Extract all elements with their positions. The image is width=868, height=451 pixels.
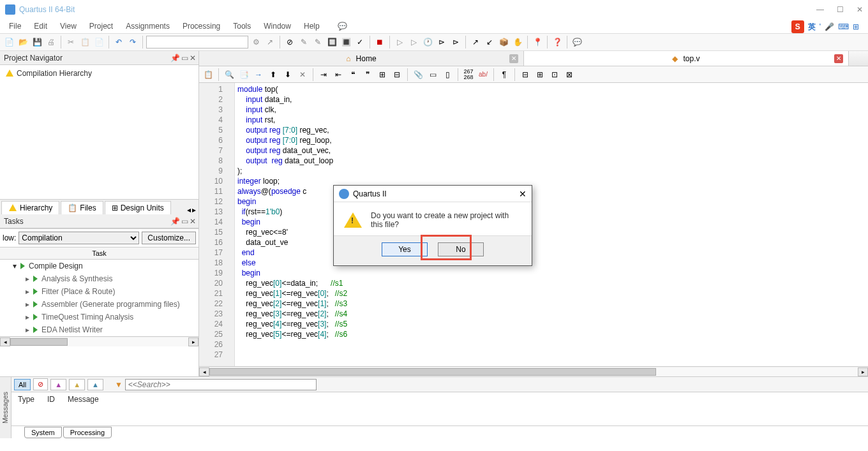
tab-design-units[interactable]: ⊞Design Units — [105, 201, 171, 214]
bookmark-prev-icon[interactable]: ⬆ — [267, 68, 280, 81]
attach-icon[interactable]: 📎 — [412, 68, 424, 81]
customize-button[interactable]: Customize... — [142, 232, 196, 244]
hand-icon[interactable]: ✋ — [511, 36, 524, 48]
project-combo[interactable] — [146, 36, 248, 48]
close-tab-icon[interactable]: ✕ — [834, 54, 843, 63]
feedback-icon[interactable]: 💬 — [333, 20, 352, 32]
gate-icon[interactable]: ⊳ — [435, 36, 448, 48]
tab-hierarchy[interactable]: Hierarchy — [1, 201, 59, 214]
filter-warning-icon[interactable]: ▲ — [69, 379, 85, 390]
wand-icon[interactable]: ✎ — [297, 36, 310, 48]
combo-settings-icon[interactable]: ⚙ — [250, 36, 262, 48]
play-icon[interactable]: ▷ — [393, 36, 406, 48]
yes-button[interactable]: Yes — [382, 242, 428, 256]
menu-view[interactable]: View — [55, 20, 82, 32]
gate2-icon[interactable]: ⊳ — [449, 36, 462, 48]
task-analysis[interactable]: ▸Analysis & Synthesis — [0, 272, 198, 285]
compilation-hierarchy-item[interactable]: Compilation Hierarchy — [4, 68, 195, 79]
fold-icon[interactable]: ⊟ — [519, 68, 532, 81]
archive-icon[interactable]: 📦 — [497, 36, 510, 48]
format-icon[interactable]: ⊞ — [376, 68, 389, 81]
copy-icon[interactable]: 📋 — [79, 36, 91, 48]
menu-window[interactable]: Window — [258, 20, 296, 32]
indent-icon[interactable]: ⇥ — [317, 68, 330, 81]
chip-icon[interactable]: 🔲 — [326, 36, 338, 48]
bookmark-clear-icon[interactable]: ✕ — [296, 68, 309, 81]
task-eda[interactable]: ▸EDA Netlist Writer — [0, 323, 198, 336]
tab-home[interactable]: ⌂ Home ✕ — [199, 51, 524, 66]
paste-icon[interactable]: 📄 — [93, 36, 105, 48]
flow-select[interactable]: Compilation — [19, 232, 139, 244]
ab-icon[interactable]: ab/ — [477, 68, 490, 81]
find-icon[interactable]: 🔍 — [223, 68, 236, 81]
help-icon[interactable]: ❓ — [551, 36, 564, 48]
dialog-close-icon[interactable]: ✕ — [519, 189, 527, 199]
pin-icon[interactable]: 📌 — [170, 54, 180, 63]
no-button[interactable]: No — [438, 242, 484, 256]
close-panel-icon[interactable]: ✕ — [190, 217, 196, 226]
bookmark-icon[interactable]: 📑 — [237, 68, 250, 81]
minimize-button[interactable]: — — [816, 5, 824, 14]
ws-icon[interactable]: ¶ — [498, 68, 511, 81]
compile-stop-icon[interactable]: ⊘ — [283, 36, 296, 48]
open-icon[interactable]: 📂 — [17, 36, 29, 48]
menu-edit[interactable]: Edit — [29, 20, 52, 32]
format2-icon[interactable]: ⊟ — [391, 68, 403, 81]
dock-icon[interactable]: ▭ — [181, 217, 188, 226]
close-tab-icon[interactable]: ✕ — [509, 54, 518, 63]
print-icon[interactable]: 🖨 — [45, 36, 57, 48]
tab-arrow-right-icon[interactable]: ▸ — [192, 205, 196, 214]
outdent-icon[interactable]: ⇤ — [332, 68, 345, 81]
unfold2-icon[interactable]: ⊠ — [563, 68, 576, 81]
menu-project[interactable]: Project — [84, 20, 118, 32]
clock-icon[interactable]: 🕐 — [421, 36, 434, 48]
messages-vert-tab[interactable]: Messages — [0, 377, 11, 438]
undo-icon[interactable]: ↶ — [112, 36, 125, 48]
ime-grid-icon[interactable]: ⊞ — [853, 22, 859, 31]
line-num-icon[interactable]: 267268 — [462, 68, 475, 81]
save-icon[interactable]: 💾 — [31, 36, 43, 48]
code-editor[interactable]: 1234567891011121314151617181920212223242… — [199, 83, 868, 366]
pin-icon[interactable]: 📌 — [170, 217, 180, 226]
menu-assignments[interactable]: Assignments — [121, 20, 175, 32]
play2-icon[interactable]: ▷ — [407, 36, 420, 48]
combo-nav-icon[interactable]: ↗ — [264, 36, 276, 48]
task-compile-design[interactable]: ▾Compile Design — [0, 260, 198, 272]
feedback2-icon[interactable]: 💬 — [571, 36, 583, 48]
wand2-icon[interactable]: ✎ — [311, 36, 324, 48]
uncomment-icon[interactable]: ❞ — [361, 68, 374, 81]
task-fitter[interactable]: ▸Fitter (Place & Route) — [0, 285, 198, 298]
new-icon[interactable]: 📄 — [3, 36, 15, 48]
editor-scroll-h[interactable]: ◂▸ — [199, 366, 868, 376]
comment-icon[interactable]: ❝ — [347, 68, 359, 81]
message-search-input[interactable] — [125, 379, 317, 390]
window-icon[interactable]: ▭ — [426, 68, 439, 81]
tab-arrow-left-icon[interactable]: ◂ — [187, 205, 191, 214]
maximize-button[interactable]: ☐ — [837, 5, 844, 14]
tab-files[interactable]: 📋Files — [61, 201, 103, 214]
close-panel-icon[interactable]: ✕ — [190, 54, 196, 63]
filter-funnel-icon[interactable]: ▼ — [115, 380, 123, 389]
menu-tools[interactable]: Tools — [228, 20, 256, 32]
close-button[interactable]: ✕ — [857, 5, 863, 14]
menu-help[interactable]: Help — [299, 20, 325, 32]
ime-punct-icon[interactable]: ' — [819, 22, 821, 31]
export-icon[interactable]: ↗ — [469, 36, 482, 48]
chip2-icon[interactable]: 🔳 — [340, 36, 352, 48]
ime-lang[interactable]: 英 — [808, 22, 816, 33]
redo-icon[interactable]: ↷ — [126, 36, 139, 48]
task-timequest[interactable]: ▸TimeQuest Timing Analysis — [0, 311, 198, 323]
tab-processing[interactable]: Processing — [63, 427, 112, 438]
stop-icon[interactable]: ⏹ — [373, 36, 386, 48]
tab-topv[interactable]: ◆ top.v ✕ — [524, 51, 849, 66]
code-content[interactable]: module top( input data_in, input clk, in… — [235, 83, 868, 366]
fold2-icon[interactable]: ⊡ — [548, 68, 561, 81]
unfold-icon[interactable]: ⊞ — [534, 68, 546, 81]
ime-keyboard-icon[interactable]: ⌨ — [838, 22, 849, 31]
pin-icon[interactable]: 📍 — [531, 36, 544, 48]
menu-processing[interactable]: Processing — [177, 20, 225, 32]
import-icon[interactable]: ↙ — [483, 36, 496, 48]
filter-info-icon[interactable]: ▲ — [87, 379, 103, 390]
filter-error-icon[interactable]: ⊘ — [33, 378, 48, 390]
bookmark-next-icon[interactable]: ⬇ — [281, 68, 294, 81]
